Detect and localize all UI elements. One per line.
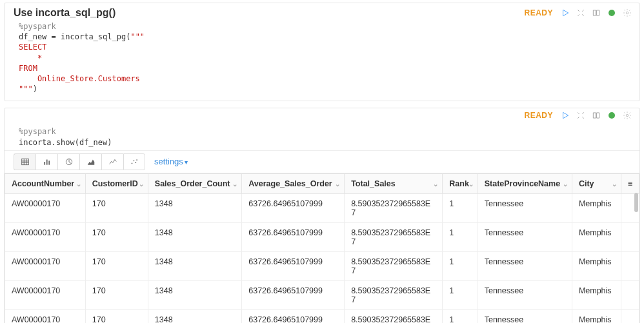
table-cell: 170 [85, 222, 148, 251]
table-cell: 1 [443, 222, 478, 251]
expand-icon[interactable] [575, 110, 587, 121]
table-cell: Tennessee [478, 309, 572, 323]
table-cell: 1348 [148, 251, 241, 280]
table-cell: 63726.64965107999 [242, 251, 345, 280]
table-cell: 1 [443, 280, 478, 309]
cell-controls: READY [524, 110, 633, 121]
cell-title: Use incorta_sql_pg() [14, 7, 116, 19]
table-cell: 1 [443, 193, 478, 222]
book-icon[interactable] [590, 110, 602, 121]
table-cell: Memphis [572, 222, 621, 251]
table-header-row: AccountNumber⌄ CustomerID⌄ Sales_Order_C… [5, 173, 639, 193]
magic-line: %pyspark [19, 127, 56, 136]
svg-rect-7 [48, 161, 50, 164]
viz-table-icon[interactable] [14, 153, 35, 170]
viz-area-icon[interactable] [79, 153, 101, 170]
svg-marker-0 [563, 10, 569, 15]
notebook-cell-1: Use incorta_sql_pg() READY %pyspark df_n… [4, 3, 640, 101]
col-menu-icon[interactable]: ≡ [621, 173, 639, 193]
table-cell [621, 280, 639, 309]
col-averagesalesorder[interactable]: Average_Sales_Order⌄ [242, 173, 345, 193]
status-ready: READY [524, 111, 553, 120]
chevron-down-icon: ⌄ [139, 180, 144, 187]
status-dot-icon [606, 7, 618, 19]
col-city[interactable]: City⌄ [572, 173, 621, 193]
table-row: AW00000170170134863726.649651079998.5903… [5, 251, 639, 280]
cell-controls: READY [524, 7, 633, 19]
table-cell: AW00000170 [5, 309, 86, 323]
table-cell: Memphis [572, 309, 621, 323]
viz-toolbar: settings▾ [5, 150, 639, 173]
table-row: AW00000170170134863726.649651079998.5903… [5, 222, 639, 251]
magic-line: %pyspark [19, 22, 56, 31]
table-cell: 8.590352372965583E7 [345, 280, 443, 309]
table-cell: Memphis [572, 251, 621, 280]
table-cell: Tennessee [478, 280, 572, 309]
gear-icon[interactable] [621, 110, 633, 121]
code-line: incorta.show(df_new) [19, 138, 112, 147]
run-icon[interactable] [559, 7, 571, 19]
table-cell [621, 251, 639, 280]
run-icon[interactable] [559, 110, 571, 121]
scrollbar-thumb[interactable] [634, 193, 638, 212]
status-ready: READY [524, 8, 553, 17]
table-cell: 170 [85, 280, 148, 309]
book-icon[interactable] [590, 7, 602, 19]
gear-icon[interactable] [621, 7, 633, 19]
chevron-down-icon: ▾ [185, 159, 188, 166]
chevron-down-icon: ⌄ [468, 180, 474, 187]
table-cell: Memphis [572, 280, 621, 309]
table-cell: 1 [443, 251, 478, 280]
svg-point-9 [132, 162, 133, 164]
chevron-down-icon: ⌄ [232, 180, 237, 187]
svg-marker-2 [563, 113, 569, 119]
table-cell: AW00000170 [5, 251, 86, 280]
col-salesordercount[interactable]: Sales_Order_Count⌄ [148, 173, 241, 193]
table-cell: 1348 [148, 222, 241, 251]
chevron-down-icon: ⌄ [76, 180, 81, 187]
viz-scatter-icon[interactable] [123, 153, 145, 170]
svg-rect-4 [21, 159, 28, 164]
table-cell: 170 [85, 309, 148, 323]
code-editor[interactable]: %pyspark incorta.show(df_new) [5, 122, 639, 150]
settings-link[interactable]: settings▾ [154, 157, 188, 166]
notebook-cell-2: READY %pyspark incorta.show(df_new) sett… [4, 108, 640, 323]
data-table: AccountNumber⌄ CustomerID⌄ Sales_Order_C… [5, 173, 639, 323]
chevron-down-icon: ⌄ [563, 180, 568, 187]
table-cell: 8.590352372965583E7 [345, 251, 443, 280]
table-cell: 63726.64965107999 [242, 280, 345, 309]
table-cell: 8.590352372965583E7 [345, 222, 443, 251]
data-table-wrap: AccountNumber⌄ CustomerID⌄ Sales_Order_C… [5, 173, 639, 323]
table-cell: 170 [85, 251, 148, 280]
table-cell: 8.590352372965583E7 [345, 193, 443, 222]
chevron-down-icon: ⌄ [612, 180, 617, 187]
expand-icon[interactable] [575, 7, 587, 19]
col-customerid[interactable]: CustomerID⌄ [85, 173, 148, 193]
table-cell: 63726.64965107999 [242, 309, 345, 323]
table-cell: 1348 [148, 309, 241, 323]
col-rank[interactable]: Rank⌄ [443, 173, 478, 193]
svg-point-12 [136, 159, 137, 161]
code-editor[interactable]: %pyspark df_new = incorta_sql_pg(""" SEL… [5, 20, 639, 101]
svg-point-3 [626, 115, 629, 117]
viz-pie-icon[interactable] [57, 153, 79, 170]
status-dot-icon [606, 110, 618, 121]
col-stateprovince[interactable]: StateProvinceName⌄ [478, 173, 572, 193]
viz-line-icon[interactable] [101, 153, 123, 170]
table-row: AW00000170170134863726.649651079998.5903… [5, 280, 639, 309]
col-accountnumber[interactable]: AccountNumber⌄ [5, 173, 86, 193]
table-cell: AW00000170 [5, 193, 86, 222]
svg-point-10 [134, 160, 135, 161]
table-cell: 1348 [148, 193, 241, 222]
svg-point-1 [626, 12, 629, 14]
col-totalsales[interactable]: Total_Sales⌄ [345, 173, 443, 193]
svg-rect-6 [46, 159, 47, 164]
cell-header: READY [5, 108, 639, 122]
table-cell: 1 [443, 309, 478, 323]
table-cell: 170 [85, 193, 148, 222]
chevron-down-icon: ⌄ [433, 180, 438, 187]
table-cell: AW00000170 [5, 280, 86, 309]
table-row: AW00000170170134863726.649651079998.5903… [5, 193, 639, 222]
viz-bar-icon[interactable] [35, 153, 57, 170]
table-cell: 8.590352372965583E7 [345, 309, 443, 323]
